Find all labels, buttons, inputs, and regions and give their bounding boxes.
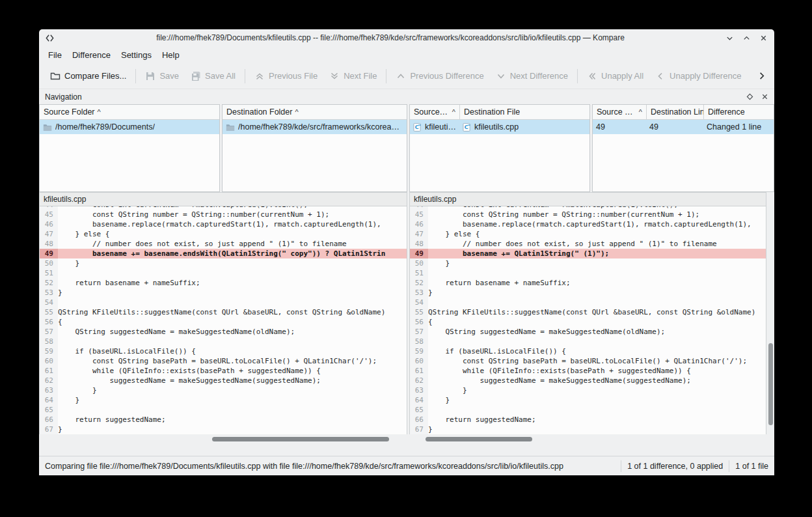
code-text: return suggestedName;	[428, 415, 766, 425]
status-separator	[729, 460, 729, 472]
vertical-scrollbar-column	[766, 192, 774, 443]
sort-ascending-icon: ^	[450, 108, 455, 116]
source-code-view[interactable]: 44 const int currentNum = rmatch.capture…	[39, 206, 407, 434]
source-horizontal-scrollbar[interactable]	[39, 434, 407, 443]
code-line: 55QString KFileUtils::suggestName(const …	[40, 307, 407, 317]
code-text: // number does not exist, so just append…	[428, 239, 766, 249]
code-text: return basename + nameSuffix;	[58, 278, 407, 288]
code-line: 66 return suggestedName;	[40, 415, 407, 425]
source-folder-pane: Source Folder ^ /home/fhek789/Documents/	[39, 104, 220, 192]
scrollbar-handle[interactable]	[426, 437, 533, 441]
code-text: while (QFileInfo::exists(basePath + sugg…	[428, 366, 766, 376]
menu-file[interactable]: File	[43, 48, 67, 63]
source-line-header[interactable]: Source Line ^	[593, 105, 646, 119]
save-all-icon	[191, 71, 201, 81]
code-line: 66 return suggestedName;	[410, 415, 766, 425]
code-line: 63 }	[410, 385, 766, 395]
line-number: 60	[40, 356, 58, 366]
scrollbar-handle[interactable]	[768, 343, 773, 425]
line-number: 48	[40, 239, 58, 249]
code-text	[58, 298, 407, 307]
destination-line-header[interactable]: Destination Line	[646, 105, 703, 119]
code-text: }	[428, 385, 766, 395]
code-text: }	[58, 258, 407, 268]
navigation-dock-titlebar: Navigation	[39, 89, 774, 104]
source-folder-row[interactable]: /home/fhek789/Documents/	[40, 120, 219, 134]
menubar: File Difference Settings Help	[39, 46, 774, 63]
code-line: 57 QString suggestedName = makeSuggested…	[410, 327, 766, 337]
menu-help[interactable]: Help	[157, 48, 185, 63]
line-number: 59	[410, 346, 428, 356]
changed-code-line[interactable]: 49 basename += basename.endsWith(QLatin1…	[40, 249, 407, 258]
previous-file-button[interactable]: Previous File	[249, 67, 323, 85]
difference-row[interactable]: 49 49 Changed 1 line	[593, 120, 774, 134]
line-number: 62	[40, 376, 58, 385]
line-number: 61	[410, 366, 428, 376]
statusbar: Comparing file file:///home/fhek789/Docu…	[39, 456, 774, 475]
status-separator	[621, 460, 621, 472]
compare-files-button[interactable]: Compare Files...	[44, 67, 132, 85]
code-line: 47 } else {	[40, 229, 407, 239]
code-text: // number does not exist, so just append…	[58, 239, 407, 249]
code-text: basename.replace(rmatch.capturedStart(1)…	[428, 219, 766, 229]
scrollbar-handle[interactable]	[212, 437, 389, 441]
line-number: 67	[40, 425, 58, 434]
line-number: 50	[40, 258, 58, 268]
destination-horizontal-scrollbar[interactable]	[409, 434, 766, 443]
destination-file-header[interactable]: Destination File	[459, 105, 524, 119]
code-text	[428, 405, 766, 415]
save-button[interactable]: Save	[139, 67, 185, 85]
line-number: 58	[40, 337, 58, 346]
line-number: 49	[40, 249, 58, 258]
minimize-icon[interactable]	[725, 34, 734, 42]
destination-folder-row[interactable]: /home/fhek789/kde/src/frameworks/kcoread…	[223, 120, 407, 134]
line-number: 62	[410, 376, 428, 385]
line-number: 52	[40, 278, 58, 288]
vertical-scrollbar[interactable]	[766, 206, 774, 434]
line-number: 51	[40, 268, 58, 278]
titlebar[interactable]: file:///home/fhek789/Documents/kfileutil…	[39, 29, 774, 46]
code-text: basename += QLatin1String(" (1)");	[428, 249, 766, 258]
previous-difference-button[interactable]: Previous Difference	[390, 67, 489, 85]
maximize-icon[interactable]	[742, 34, 751, 42]
files-row[interactable]: C kfileutils.cpp C kfileutils.cpp	[410, 120, 589, 134]
save-all-button[interactable]: Save All	[185, 67, 241, 85]
line-number: 67	[410, 425, 428, 434]
line-number: 47	[410, 229, 428, 239]
destination-pane-title: kfileutils.cpp	[409, 192, 766, 206]
code-line: 62 suggestedName = makeSuggestedName(sug…	[40, 376, 407, 385]
line-number: 64	[410, 395, 428, 405]
next-file-button[interactable]: Next File	[323, 67, 383, 85]
kompare-window: file:///home/fhek789/Documents/kfileutil…	[39, 29, 774, 475]
line-number: 53	[40, 288, 58, 298]
navigation-dock: Navigation Source Folder ^	[39, 89, 774, 192]
code-text: }	[58, 385, 407, 395]
code-line: 56{	[40, 317, 407, 327]
destination-folder-header[interactable]: Destination Folder ^	[223, 105, 303, 119]
source-file-header[interactable]: Source File ^	[410, 105, 459, 119]
code-text: QString suggestedName = makeSuggestedNam…	[428, 327, 766, 337]
dock-float-icon[interactable]	[746, 93, 753, 100]
changed-code-line[interactable]: 49 basename += QLatin1String(" (1)");	[410, 249, 766, 258]
code-text: QString KFileUtils::suggestName(const QU…	[428, 307, 766, 317]
status-files: 1 of 1 file	[735, 462, 768, 471]
next-difference-button[interactable]: Next Difference	[490, 67, 574, 85]
toolbar-overflow-button[interactable]	[754, 68, 769, 83]
unapply-all-button[interactable]: Unapply All	[581, 67, 649, 85]
code-line: 51	[410, 268, 766, 278]
difference-header[interactable]: Difference	[703, 105, 749, 119]
destination-code-view[interactable]: 44 const int currentNum = rmatch.capture…	[409, 206, 766, 434]
unapply-difference-button[interactable]: Unapply Difference	[649, 67, 747, 85]
code-line: 48 // number does not exist, so just app…	[410, 239, 766, 249]
code-text: while (QFileInfo::exists(basePath + sugg…	[58, 366, 407, 376]
lines-pane: Source Line ^ Destination Line Differenc…	[592, 104, 774, 192]
code-text: const QString number = QString::number(c…	[58, 210, 407, 219]
window-title: file:///home/fhek789/Documents/kfileutil…	[65, 33, 716, 42]
line-number: 52	[410, 278, 428, 288]
line-number: 58	[410, 337, 428, 346]
menu-difference[interactable]: Difference	[67, 48, 116, 63]
close-icon[interactable]	[759, 34, 768, 42]
source-folder-header[interactable]: Source Folder ^	[40, 105, 105, 119]
dock-close-icon[interactable]	[761, 93, 768, 100]
menu-settings[interactable]: Settings	[116, 48, 157, 63]
